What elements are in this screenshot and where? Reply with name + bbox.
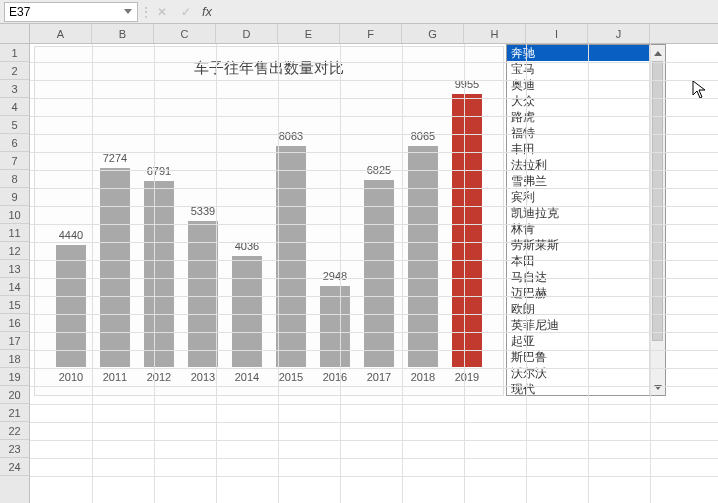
row-header[interactable]: 2 [0,62,29,80]
dropdown-item[interactable]: 本田 [507,253,649,269]
dropdown-item[interactable]: 马自达 [507,269,649,285]
formula-input[interactable] [218,2,714,22]
select-all-corner[interactable] [0,24,30,43]
chart-bar[interactable]: 9955 [452,94,483,367]
row-header[interactable]: 20 [0,386,29,404]
name-box-dropdown-icon[interactable] [123,7,133,17]
row-headers: 123456789101112131415161718192021222324 [0,44,30,503]
chart-bar[interactable]: 6791 [144,181,175,367]
chart-bar[interactable]: 7274 [100,168,131,367]
row-header[interactable]: 23 [0,440,29,458]
column-header[interactable]: I [526,24,588,43]
scroll-thumb[interactable] [652,61,663,341]
column-header[interactable]: F [340,24,402,43]
chart-bar-label: 8063 [279,130,303,142]
confirm-icon [178,4,194,20]
scroll-up-arrow-icon[interactable] [650,45,665,61]
row-header[interactable]: 3 [0,80,29,98]
row-header[interactable]: 24 [0,458,29,476]
column-header[interactable]: G [402,24,464,43]
formula-bar: E37 ⋮ fx [0,0,718,24]
row-header[interactable]: 8 [0,170,29,188]
row-header[interactable]: 12 [0,242,29,260]
dropdown-item[interactable]: 宾利 [507,189,649,205]
dropdown-item[interactable]: 起亚 [507,333,649,349]
grid-area: 123456789101112131415161718192021222324 … [0,44,718,503]
dropdown-item[interactable]: 现代 [507,381,649,395]
chart-bar[interactable]: 8065 [408,146,439,367]
row-header[interactable]: 17 [0,332,29,350]
dropdown-item[interactable]: 福特 [507,125,649,141]
chart-bar-label: 2948 [323,270,347,282]
dropdown-item[interactable]: 迈巴赫 [507,285,649,301]
column-header[interactable]: J [588,24,650,43]
dropdown-item[interactable]: 斯巴鲁 [507,349,649,365]
column-header[interactable]: D [216,24,278,43]
dropdown-item[interactable]: 大众 [507,93,649,109]
row-header[interactable]: 4 [0,98,29,116]
row-header[interactable]: 6 [0,134,29,152]
chart-bar-label: 4440 [59,229,83,241]
chart-bar[interactable]: 4440 [56,245,87,367]
chart-title: 车子往年售出数量对比 [35,47,503,84]
column-headers: ABCDEFGHIJ [0,24,718,44]
row-header[interactable]: 13 [0,260,29,278]
chart-bar-label: 8065 [411,130,435,142]
row-header[interactable]: 14 [0,278,29,296]
row-header[interactable]: 5 [0,116,29,134]
dropdown-item[interactable]: 路虎 [507,109,649,125]
cells[interactable]: 车子往年售出数量对比 44407274679153394036806329486… [30,44,718,503]
dropdown-item[interactable]: 奔驰 [507,45,649,61]
mouse-cursor-icon [692,80,708,100]
chart-bar[interactable]: 8063 [276,146,307,367]
dropdown-item[interactable]: 英菲尼迪 [507,317,649,333]
cancel-icon [154,4,170,20]
column-header[interactable]: A [30,24,92,43]
row-header[interactable]: 16 [0,314,29,332]
dropdown-item[interactable]: 劳斯莱斯 [507,237,649,253]
row-header[interactable]: 7 [0,152,29,170]
row-header[interactable]: 19 [0,368,29,386]
dropdown-item[interactable]: 宝马 [507,61,649,77]
column-header[interactable]: E [278,24,340,43]
fx-label[interactable]: fx [202,4,212,19]
column-header[interactable]: H [464,24,526,43]
name-box-value: E37 [9,5,30,19]
row-header[interactable]: 1 [0,44,29,62]
row-header[interactable]: 11 [0,224,29,242]
row-header[interactable]: 15 [0,296,29,314]
chart-bar[interactable]: 6825 [364,180,395,367]
row-header[interactable]: 9 [0,188,29,206]
formula-bar-resize-grip[interactable]: ⋮ [142,2,150,22]
row-header[interactable]: 10 [0,206,29,224]
column-header[interactable]: B [92,24,154,43]
data-validation-dropdown[interactable]: 奔驰宝马奥迪大众路虎福特丰田法拉利雪弗兰宾利凯迪拉克林肯劳斯莱斯本田马自达迈巴赫… [506,44,666,396]
dropdown-item[interactable]: 雪弗兰 [507,173,649,189]
row-header[interactable]: 22 [0,422,29,440]
formula-buttons: fx [154,4,212,20]
row-header[interactable]: 21 [0,404,29,422]
row-header[interactable]: 18 [0,350,29,368]
chart-bar-label: 7274 [103,152,127,164]
column-header[interactable]: C [154,24,216,43]
name-box[interactable]: E37 [4,2,138,22]
dropdown-item[interactable]: 凯迪拉克 [507,205,649,221]
dropdown-item[interactable]: 丰田 [507,141,649,157]
scroll-down-arrow-icon[interactable] [650,379,665,395]
chart-bar[interactable]: 2948 [320,286,351,367]
